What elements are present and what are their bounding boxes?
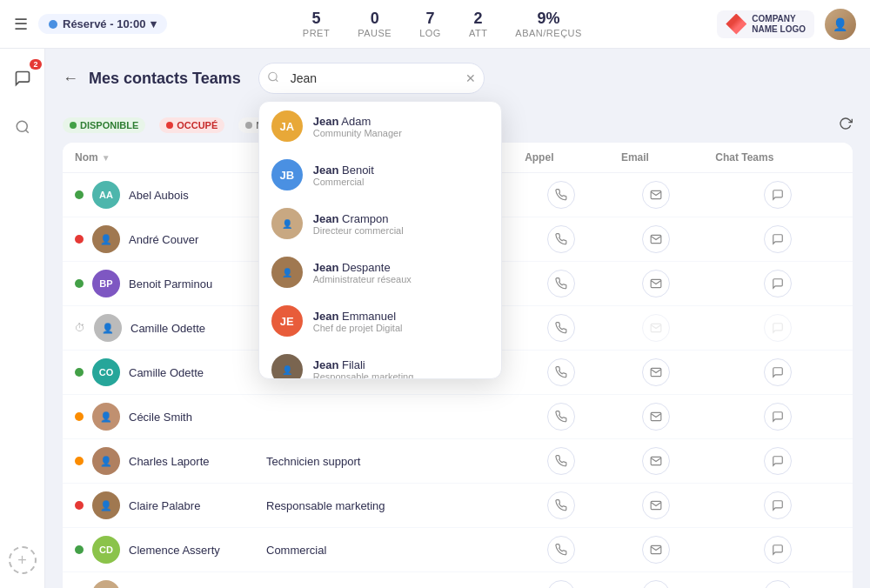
- th-email: Email: [609, 143, 703, 173]
- sidebar-item-search[interactable]: [7, 111, 38, 143]
- chat-button[interactable]: [764, 447, 792, 475]
- chat-button[interactable]: [764, 225, 792, 253]
- contact-avatar: 👤: [92, 580, 120, 588]
- back-button[interactable]: ←: [63, 70, 78, 88]
- email-button[interactable]: [642, 491, 670, 519]
- search-icon: [267, 71, 279, 86]
- filter-occupe-label: OCCUPÉ: [177, 120, 218, 130]
- dropdown-avatar: JE: [271, 305, 303, 337]
- call-button[interactable]: [547, 447, 575, 475]
- dropdown-item[interactable]: JB Jean Benoit Commercial: [259, 150, 501, 199]
- contact-avatar: CD: [92, 536, 120, 564]
- stat-item-log: 7LOG: [419, 10, 441, 38]
- dropdown-item[interactable]: 👤 Jean Filali Responsable marketing: [259, 345, 501, 379]
- sidebar-item-chat[interactable]: 2: [7, 63, 38, 94]
- dropdown-avatar: JB: [271, 159, 303, 190]
- status-red: [75, 501, 84, 510]
- refresh-button[interactable]: [839, 117, 853, 134]
- email-button[interactable]: [642, 225, 670, 253]
- dropdown-role: Community Manager: [313, 128, 489, 138]
- svg-point-0: [17, 121, 27, 131]
- th-appel: Appel: [512, 143, 609, 173]
- contact-fonction: [254, 395, 512, 439]
- table-row[interactable]: 👤 Damien Lacombe Assistant marketing: [63, 572, 853, 589]
- dropdown-scroll[interactable]: JA Jean Adam Community Manager JB Jean B…: [259, 102, 501, 379]
- dropdown-role: Chef de projet Digital: [313, 323, 489, 333]
- chat-button[interactable]: [764, 358, 792, 386]
- contact-fonction: Assistant marketing: [254, 572, 512, 589]
- dropdown-item[interactable]: 👤 Jean Despante Administrateur réseaux: [259, 248, 501, 297]
- status-indicator: [49, 20, 57, 29]
- call-button[interactable]: [547, 358, 575, 386]
- contact-name: Benoit Parminou: [129, 277, 212, 291]
- call-button[interactable]: [547, 314, 575, 342]
- contact-name: Cécile Smith: [129, 411, 192, 424]
- chat-button[interactable]: [764, 314, 792, 342]
- chat-button[interactable]: [764, 181, 792, 209]
- search-dropdown: JA Jean Adam Community Manager JB Jean B…: [258, 101, 502, 379]
- contact-fonction: Technicien support: [254, 439, 512, 484]
- company-name: COMPANYNAME LOGO: [752, 14, 806, 35]
- table-row[interactable]: 👤 Charles Laporte Technicien support: [63, 439, 853, 484]
- email-button[interactable]: [642, 314, 670, 342]
- left-sidebar: 2 +: [0, 49, 45, 588]
- email-button[interactable]: [642, 403, 670, 431]
- nd-dot: [245, 122, 252, 129]
- call-button[interactable]: [547, 270, 575, 297]
- email-button[interactable]: [642, 270, 670, 297]
- dropdown-item[interactable]: 👤 Jean Crampon Directeur commercial: [259, 199, 501, 248]
- status-green: [75, 545, 84, 554]
- contact-avatar: 👤: [92, 225, 120, 253]
- sidebar-add-button[interactable]: +: [9, 546, 37, 574]
- search-clear-button[interactable]: ✕: [465, 71, 476, 85]
- contact-avatar: 👤: [92, 447, 120, 475]
- contact-fonction: Commercial: [254, 528, 512, 572]
- call-button[interactable]: [547, 536, 575, 564]
- contact-name: Camille Odette: [129, 366, 204, 379]
- svg-point-2: [269, 72, 277, 80]
- call-button[interactable]: [547, 491, 575, 519]
- email-button[interactable]: [642, 447, 670, 475]
- email-button[interactable]: [642, 536, 670, 564]
- search-wrapper: ✕ JA Jean Adam Community Manager JB Jean…: [258, 63, 485, 94]
- email-button[interactable]: [642, 358, 670, 386]
- stats-bar: 5PRET0PAUSE7LOG2ATT9%Aban/Reçus: [303, 10, 582, 38]
- search-input[interactable]: [258, 63, 485, 94]
- dropdown-name: Jean Crampon: [313, 212, 489, 225]
- chat-button[interactable]: [764, 536, 792, 564]
- stat-item-pret: 5PRET: [303, 10, 330, 38]
- filter-disponible[interactable]: DISPONIBLE: [63, 117, 145, 133]
- dropdown-name: Jean Despante: [313, 261, 489, 274]
- chevron-down-icon: ▾: [151, 17, 157, 30]
- chat-button[interactable]: [764, 491, 792, 519]
- email-button[interactable]: [642, 181, 670, 209]
- svg-line-1: [25, 130, 28, 132]
- status-clock: ⏱: [75, 322, 85, 334]
- menu-icon[interactable]: ☰: [14, 15, 28, 34]
- chat-button[interactable]: [764, 403, 792, 431]
- call-button[interactable]: [547, 181, 575, 209]
- table-row[interactable]: 👤 Claire Palabre Responsable marketing: [63, 484, 853, 528]
- sort-icon[interactable]: ▼: [102, 153, 110, 163]
- call-button[interactable]: [547, 225, 575, 253]
- dropdown-item[interactable]: JE Jean Emmanuel Chef de projet Digital: [259, 297, 501, 345]
- contact-avatar: 👤: [92, 491, 120, 519]
- call-button[interactable]: [547, 403, 575, 431]
- dropdown-role: Responsable marketing: [313, 371, 489, 380]
- table-row[interactable]: CD Clemence Asserty Commercial: [63, 528, 853, 572]
- status-pill[interactable]: Réservé - 10:00 ▾: [38, 14, 167, 34]
- dropdown-name: Jean Benoit: [313, 164, 489, 177]
- dropdown-item[interactable]: JA Jean Adam Community Manager: [259, 102, 501, 150]
- table-row[interactable]: 👤 Cécile Smith: [63, 395, 853, 439]
- chat-button[interactable]: [764, 580, 792, 588]
- contact-name: Clemence Asserty: [129, 544, 220, 557]
- filter-occupe[interactable]: OCCUPÉ: [159, 117, 224, 133]
- user-avatar[interactable]: 👤: [825, 9, 856, 40]
- email-button[interactable]: [642, 580, 670, 588]
- contact-name: André Couver: [129, 233, 198, 246]
- chat-button[interactable]: [764, 270, 792, 297]
- company-logo: COMPANYNAME LOGO: [717, 10, 814, 38]
- contact-name: Abel Aubois: [129, 189, 189, 202]
- call-button[interactable]: [547, 580, 575, 588]
- stat-item-aban/reçus: 9%Aban/Reçus: [515, 10, 582, 38]
